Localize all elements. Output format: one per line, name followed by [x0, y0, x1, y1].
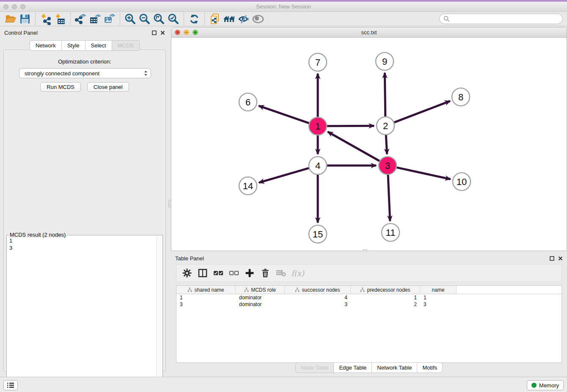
- zoom-fit-button[interactable]: [152, 13, 166, 25]
- tab-motifs[interactable]: Motifs: [417, 362, 443, 373]
- show-hide-graphics-details-button[interactable]: [237, 13, 251, 25]
- export-network-button[interactable]: [74, 13, 88, 25]
- node-table[interactable]: shared nameMCDS rolesuccessor nodesprede…: [176, 285, 562, 363]
- mcds-result-scrollbar[interactable]: [156, 236, 162, 392]
- column-header-shared-name[interactable]: shared name: [176, 286, 236, 294]
- mcds-result-group: MCDS result (2 nodes) 13: [6, 235, 163, 392]
- column-header-successor-nodes[interactable]: successor nodes: [285, 286, 351, 294]
- graph-node-7[interactable]: 7: [309, 53, 327, 71]
- column-header-predecessor-nodes[interactable]: predecessor nodes: [351, 286, 420, 294]
- zoom-in-icon: [124, 13, 136, 25]
- select-all-columns-button[interactable]: [212, 267, 225, 279]
- graph-node-8[interactable]: 8: [452, 88, 470, 106]
- new-network-from-selection-button[interactable]: [208, 13, 222, 25]
- delete-table-button: [275, 267, 287, 279]
- memory-button[interactable]: Memory: [527, 380, 564, 390]
- table-row[interactable]: 1dominator411: [176, 294, 561, 301]
- network-canvas[interactable]: 7968124314101511: [171, 38, 567, 251]
- unselect-all-columns-button[interactable]: [228, 267, 240, 279]
- create-new-column-button[interactable]: [243, 267, 256, 279]
- select-all-icon: [213, 270, 223, 276]
- refresh-button[interactable]: [187, 13, 201, 25]
- graph-node-label: 1: [315, 121, 320, 132]
- apply-layout-button[interactable]: [222, 13, 237, 25]
- graph-edge-3-11[interactable]: [388, 175, 390, 221]
- table-cell: 3: [285, 301, 351, 307]
- status-bar: Memory: [0, 377, 567, 392]
- column-header-label: shared name: [194, 287, 224, 293]
- graph-edge-1-6[interactable]: [259, 106, 309, 123]
- graph-node-4[interactable]: 4: [309, 157, 327, 174]
- optimization-criterion-select[interactable]: strongly connected component: [19, 68, 151, 78]
- column-header-label: successor nodes: [302, 287, 340, 293]
- graph-edge-1-2[interactable]: [327, 126, 374, 126]
- titlebar: Session: New Session: [0, 2, 567, 12]
- graph-node-3[interactable]: 3: [379, 157, 396, 174]
- tab-network-table[interactable]: Network Table: [372, 362, 417, 373]
- network-zoom-button[interactable]: [193, 30, 198, 35]
- graph-node-10[interactable]: 10: [453, 173, 471, 190]
- import-network-button[interactable]: [39, 13, 53, 25]
- graph-node-label: 9: [382, 56, 387, 67]
- graph-edge-3-10[interactable]: [396, 168, 450, 179]
- search-input[interactable]: [439, 14, 563, 24]
- graph-node-9[interactable]: 9: [376, 52, 394, 70]
- open-session-button[interactable]: [3, 13, 18, 25]
- task-history-button[interactable]: [3, 380, 18, 390]
- network-graph[interactable]: 7968124314101511: [171, 38, 567, 251]
- graph-node-6[interactable]: 6: [239, 93, 257, 111]
- toggle-bird-eye-view-button[interactable]: [251, 13, 265, 25]
- network-minimize-button[interactable]: [184, 30, 189, 35]
- graph-edge-2-3[interactable]: [386, 135, 387, 154]
- graph-node-2[interactable]: 2: [377, 117, 394, 135]
- zoom-selected-button[interactable]: [166, 13, 181, 25]
- graph-node-15[interactable]: 15: [309, 225, 327, 243]
- table-settings-button[interactable]: [181, 267, 193, 279]
- run-mcds-button[interactable]: Run MCDS: [40, 82, 81, 92]
- import-table-icon: [54, 13, 66, 25]
- float-panel-icon[interactable]: [550, 256, 554, 261]
- graph-edge-4-14[interactable]: [259, 168, 309, 182]
- float-panel-icon[interactable]: [152, 30, 157, 35]
- zoom-in-button[interactable]: [123, 13, 138, 25]
- memory-label: Memory: [539, 382, 559, 389]
- tab-network[interactable]: Network: [30, 40, 62, 51]
- save-session-button[interactable]: [18, 13, 32, 25]
- graph-node-14[interactable]: 14: [239, 177, 257, 195]
- table-panel-tab-bar: Node TableEdge TableNetwork TableMotifs: [171, 362, 567, 373]
- export-image-button[interactable]: [102, 13, 117, 25]
- tab-node-table[interactable]: Node Table: [295, 362, 334, 373]
- plus-icon: [245, 268, 254, 278]
- delete-columns-button[interactable]: [259, 267, 272, 279]
- tab-select[interactable]: Select: [85, 40, 112, 51]
- graph-edge-2-9[interactable]: [385, 73, 385, 116]
- table-toolbar: f(x): [176, 264, 562, 282]
- network-close-button[interactable]: [175, 30, 180, 35]
- tab-style[interactable]: Style: [62, 40, 85, 51]
- graph-node-label: 3: [385, 160, 390, 171]
- import-table-button[interactable]: [53, 13, 67, 25]
- graph-edge-2-8[interactable]: [394, 101, 450, 123]
- export-table-button[interactable]: [88, 13, 102, 25]
- columns-icon: [198, 268, 207, 278]
- delete-table-icon: [276, 269, 286, 277]
- column-header-label: MCDS role: [251, 287, 276, 293]
- close-panel-button[interactable]: Close panel: [87, 82, 129, 92]
- graph-node-1[interactable]: 1: [309, 117, 327, 135]
- close-panel-icon[interactable]: [160, 30, 165, 35]
- tab-mcds[interactable]: MCDS: [112, 40, 140, 51]
- close-panel-icon[interactable]: [558, 256, 563, 261]
- graph-node-11[interactable]: 11: [382, 224, 399, 241]
- export-table-icon: [89, 13, 101, 25]
- table-cell: 3: [176, 301, 236, 307]
- tab-edge-table[interactable]: Edge Table: [334, 362, 372, 373]
- column-header-MCDS-role[interactable]: MCDS role: [236, 286, 285, 294]
- column-header-name[interactable]: name: [420, 286, 457, 294]
- zoom-out-button[interactable]: [138, 13, 152, 25]
- table-row[interactable]: 3dominator323: [176, 301, 561, 308]
- graph-edge-3-1[interactable]: [328, 132, 380, 161]
- column-attribute-icon: [244, 287, 249, 292]
- unselect-all-icon: [229, 270, 239, 276]
- open-folder-icon: [5, 13, 17, 25]
- show-columns-button[interactable]: [196, 267, 209, 279]
